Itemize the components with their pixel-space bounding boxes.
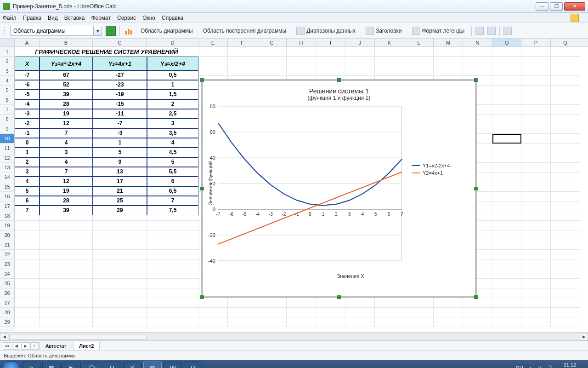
close-button[interactable]: ✕	[564, 2, 585, 11]
tab-next-button[interactable]: ▶	[21, 342, 29, 350]
task-calc-icon[interactable]: ▤	[143, 362, 162, 368]
3d-view-icon[interactable]	[106, 26, 116, 36]
table-cell[interactable]: 67	[40, 70, 93, 80]
titles-button[interactable]: Заголовки	[362, 25, 405, 36]
resize-handle[interactable]	[200, 187, 204, 190]
table-cell[interactable]: 6	[15, 196, 40, 206]
chart-subtitle[interactable]: (функция 1 и функция 2)	[206, 95, 472, 101]
column-header[interactable]: D	[147, 39, 198, 46]
task-chrome-icon[interactable]: ◯	[83, 362, 101, 368]
row-header[interactable]: 25	[0, 279, 15, 288]
table-cell[interactable]: -2	[15, 119, 40, 128]
table-cell[interactable]: 9	[93, 157, 147, 167]
tab-first-button[interactable]: ⏮	[3, 342, 11, 350]
resize-handle[interactable]	[474, 78, 478, 82]
table-cell[interactable]: -11	[93, 109, 147, 119]
table-cell[interactable]: 19	[40, 186, 93, 196]
table-cell[interactable]: 39	[40, 90, 93, 99]
tray-network-icon[interactable]: ⊓	[537, 365, 542, 368]
table-cell[interactable]: -23	[93, 80, 147, 90]
scroll-left-button[interactable]: ◀	[0, 333, 8, 340]
table-cell[interactable]: 5,5	[147, 167, 198, 177]
scroll-right-button[interactable]: ▶	[580, 333, 588, 340]
system-tray[interactable]: RU ▲ ⊓ 🔊 21:12 13.11.2016	[516, 362, 586, 368]
scroll-thumb[interactable]	[9, 334, 147, 339]
table-cell[interactable]: -1	[15, 128, 40, 138]
row-header[interactable]: 21	[0, 240, 15, 250]
table-cell[interactable]: -27	[93, 70, 147, 80]
table-cell[interactable]: 12	[40, 177, 93, 186]
resize-handle[interactable]	[200, 78, 204, 82]
table-cell[interactable]: 7	[40, 167, 93, 177]
row-header[interactable]: 3	[0, 66, 15, 76]
tab-prev-button[interactable]: ◀	[12, 342, 20, 350]
tray-volume-icon[interactable]: 🔊	[546, 365, 553, 368]
column-header[interactable]: P	[521, 39, 551, 46]
chart-element-input[interactable]	[10, 26, 94, 36]
tray-time[interactable]: 21:12	[557, 362, 582, 368]
tray-language[interactable]: RU	[516, 365, 523, 368]
table-cell[interactable]: 1,5	[147, 90, 198, 99]
table-cell[interactable]: 13	[93, 167, 147, 177]
resize-handle[interactable]	[474, 295, 478, 299]
table-cell[interactable]: 5	[93, 148, 147, 157]
table-cell[interactable]: 7	[147, 196, 198, 206]
task-ie-icon[interactable]: e	[22, 362, 40, 368]
column-header[interactable]: I	[316, 39, 345, 46]
resize-handle[interactable]	[337, 78, 341, 82]
row-header[interactable]: 12	[0, 153, 15, 163]
data-ranges-button[interactable]: Диапазоны данных	[293, 25, 359, 36]
task-yandex-icon[interactable]: Я	[103, 362, 121, 368]
menu-edit[interactable]: Правка	[23, 15, 42, 21]
table-cell[interactable]: 6	[147, 177, 198, 186]
table-cell[interactable]: -19	[93, 90, 147, 99]
row-header[interactable]: 22	[0, 250, 15, 259]
table-cell[interactable]: 7	[15, 206, 40, 215]
column-header[interactable]: J	[345, 39, 375, 46]
row-header[interactable]: 29	[0, 317, 15, 327]
table-cell[interactable]: 28	[40, 99, 93, 109]
menu-window[interactable]: Окно	[142, 15, 155, 21]
column-header[interactable]: N	[463, 39, 492, 46]
column-header[interactable]: A	[15, 39, 40, 46]
task-explorer-icon[interactable]: ▦	[42, 362, 61, 368]
table-cell[interactable]: 21	[93, 186, 147, 196]
table-cell[interactable]: -4	[15, 99, 40, 109]
table-cell[interactable]: 12	[40, 119, 93, 128]
table-cell[interactable]: 1	[147, 80, 198, 90]
resize-handle[interactable]	[474, 187, 478, 190]
minimize-button[interactable]: ─	[536, 2, 548, 11]
task-powerpoint-icon[interactable]: P	[184, 362, 202, 368]
table-cell[interactable]: -6	[15, 80, 40, 90]
menu-format[interactable]: Формат	[91, 15, 111, 21]
table-cell[interactable]: 6,5	[147, 186, 198, 196]
row-header[interactable]: 7	[0, 105, 15, 115]
toolbar-grip[interactable]	[4, 26, 6, 35]
plot-area-button[interactable]: Область построения диаграммы	[200, 25, 290, 36]
table-cell[interactable]: 19	[40, 109, 93, 119]
menu-tools[interactable]: Сервис	[117, 15, 136, 21]
chart-title[interactable]: Решение системы 1	[206, 87, 472, 95]
table-cell[interactable]: 3	[15, 167, 40, 177]
column-header[interactable]: L	[404, 39, 434, 46]
table-cell[interactable]: -7	[15, 70, 40, 80]
chart-element-selector[interactable]: ▾	[10, 26, 102, 36]
start-button[interactable]	[2, 361, 20, 368]
menu-view[interactable]: Вид	[48, 15, 58, 21]
row-header[interactable]: 15	[0, 182, 15, 192]
sheet-tab[interactable]: Лист2	[73, 342, 100, 350]
table-cell[interactable]: 28	[40, 196, 93, 206]
table-cell[interactable]: 25	[93, 196, 147, 206]
row-header[interactable]: 19	[0, 221, 15, 230]
task-yandex-browser-icon[interactable]: Y	[123, 362, 141, 368]
table-cell[interactable]: 4	[15, 177, 40, 186]
column-header[interactable]: G	[257, 39, 287, 46]
row-header[interactable]: 2	[0, 57, 15, 66]
row-header[interactable]: 27	[0, 298, 15, 308]
column-header[interactable]: F	[228, 39, 257, 46]
legend-entry[interactable]: Y2=4x+1	[412, 170, 450, 176]
table-cell[interactable]: 52	[40, 80, 93, 90]
row-header[interactable]: 24	[0, 269, 15, 279]
table-cell[interactable]: -3	[15, 109, 40, 119]
row-header[interactable]: 28	[0, 308, 15, 317]
